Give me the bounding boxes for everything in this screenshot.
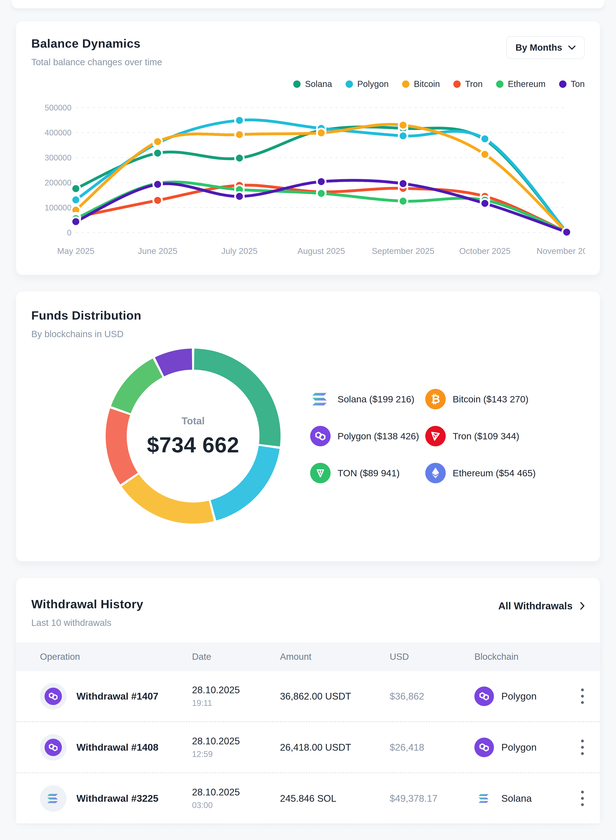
legend-dot-bitcoin: [402, 81, 409, 88]
polygon-icon: [310, 426, 331, 446]
svg-text:500000: 500000: [45, 103, 72, 112]
svg-text:June 2025: June 2025: [138, 246, 177, 256]
balance-card-header: Balance Dynamics Total balance changes o…: [31, 36, 162, 68]
legend-item-ton[interactable]: Ton: [559, 79, 585, 89]
legend-item-bitcoin[interactable]: Bitcoin: [402, 79, 440, 89]
funds-legend-label: Solana ($199 216): [337, 394, 414, 405]
all-withdrawals-link[interactable]: All Withdrawals: [498, 600, 585, 612]
legend-item-solana[interactable]: Solana: [293, 79, 332, 89]
svg-text:300000: 300000: [45, 153, 72, 162]
funds-legend-item-polygon: Polygon ($138 426): [310, 426, 425, 446]
withdrawal-amount: 36,862.00 USDT: [280, 691, 390, 702]
bitcoin-icon: ₿: [425, 389, 446, 409]
operation-name: Withdrawal #3225: [76, 793, 158, 804]
balance-card-title: Balance Dynamics: [31, 36, 162, 50]
operation-avatar: [40, 785, 66, 812]
svg-text:August 2025: August 2025: [297, 246, 345, 256]
row-menu-button[interactable]: [578, 788, 587, 809]
withdrawal-time: 19:11: [192, 699, 280, 708]
legend-label: Solana: [305, 79, 332, 89]
row-menu-button[interactable]: [578, 686, 587, 707]
history-card-title: Withdrawal History: [31, 597, 143, 611]
operation-avatar: [40, 683, 66, 709]
donut-total-label: Total: [182, 415, 205, 427]
solana-icon: [44, 790, 62, 807]
column-header-usd: USD: [390, 652, 474, 662]
table-row[interactable]: Withdrawal #1407 28.10.2025 19:11 36,862…: [16, 671, 600, 722]
funds-legend-item-tron: Tron ($109 344): [425, 426, 535, 446]
svg-text:100000: 100000: [45, 203, 72, 212]
history-card-subtitle: Last 10 withdrawals: [31, 618, 143, 628]
table-row[interactable]: Withdrawal #3225 28.10.2025 03:00 245.84…: [16, 773, 600, 824]
legend-label: Ton: [571, 79, 585, 89]
funds-card-title: Funds Distribution: [31, 308, 585, 322]
funds-legend-label: Tron ($109 344): [453, 431, 519, 441]
legend-label: Ethereum: [508, 79, 546, 89]
table-row[interactable]: Withdrawal #1408 28.10.2025 12:59 26,418…: [16, 722, 600, 773]
balance-line-chart: 0100000200000300000400000500000May 2025J…: [31, 92, 585, 265]
donut-total-value: $734 662: [147, 433, 239, 458]
withdrawal-usd: $49,378.17: [390, 793, 474, 804]
line-chart-legend: Solana Polygon Bitcoin Tron Ethereum Ton: [31, 79, 585, 89]
polygon-icon: [474, 687, 494, 706]
polygon-icon: [474, 738, 494, 757]
ethereum-icon: [425, 463, 446, 483]
svg-text:0: 0: [67, 228, 72, 237]
withdrawal-usd: $26,418: [390, 742, 474, 753]
balance-card-subtitle: Total balance changes over time: [31, 57, 162, 68]
legend-dot-solana: [293, 81, 301, 88]
column-header-date: Date: [192, 652, 280, 662]
funds-card-subtitle: By blockchains in USD: [31, 329, 585, 339]
funds-legend-item-ton: TON ($89 941): [310, 463, 425, 483]
tron-icon: [425, 426, 446, 446]
history-card-header: Withdrawal History Last 10 withdrawals: [31, 597, 143, 628]
column-header-amount: Amount: [280, 652, 390, 662]
withdrawal-amount: 245.846 SOL: [280, 793, 390, 804]
blockchain-label: Solana: [501, 793, 532, 804]
svg-text:200000: 200000: [45, 178, 72, 187]
column-header-blockchain: Blockchain: [474, 652, 571, 662]
withdrawal-amount: 26,418.00 USDT: [280, 742, 390, 753]
funds-legend-item-ethereum: Ethereum ($54 465): [425, 463, 535, 483]
funds-legend-item-bitcoin: ₿ Bitcoin ($143 270): [425, 389, 535, 409]
operation-avatar: [40, 734, 66, 761]
period-dropdown-label: By Months: [515, 43, 562, 53]
solana-icon: [474, 789, 494, 808]
period-dropdown-button[interactable]: By Months: [506, 36, 585, 59]
polygon-icon: [44, 688, 62, 705]
svg-text:September 2025: September 2025: [372, 246, 434, 256]
svg-text:May 2025: May 2025: [57, 246, 94, 256]
operation-name: Withdrawal #1408: [76, 742, 158, 753]
blockchain-label: Polygon: [501, 691, 537, 702]
operation-name: Withdrawal #1407: [76, 691, 158, 702]
solana-icon: [310, 389, 331, 409]
blockchain-label: Polygon: [501, 742, 537, 753]
ton-icon: [310, 463, 331, 483]
svg-text:October 2025: October 2025: [459, 246, 510, 256]
svg-text:November 2025: November 2025: [537, 246, 585, 256]
withdrawal-date: 28.10.2025: [192, 787, 280, 797]
balance-dynamics-card: Balance Dynamics Total balance changes o…: [16, 21, 600, 275]
funds-legend-label: Ethereum ($54 465): [453, 468, 535, 478]
funds-legend-label: Bitcoin ($143 270): [453, 394, 528, 405]
legend-item-tron[interactable]: Tron: [453, 79, 483, 89]
svg-text:July 2025: July 2025: [221, 246, 258, 256]
withdrawal-history-card: Withdrawal History Last 10 withdrawals A…: [16, 578, 600, 821]
column-header-operation: Operation: [40, 652, 192, 662]
legend-label: Bitcoin: [414, 79, 440, 89]
svg-text:400000: 400000: [45, 128, 72, 137]
table-header-row: Operation Date Amount USD Blockchain: [16, 642, 600, 671]
withdrawal-usd: $36,862: [390, 691, 474, 702]
funds-legend: Solana ($199 216) ₿ Bitcoin ($143 270) P…: [310, 389, 535, 483]
funds-distribution-card: Funds Distribution By blockchains in USD…: [16, 291, 600, 562]
legend-label: Tron: [465, 79, 483, 89]
withdrawal-date: 28.10.2025: [192, 736, 280, 747]
legend-dot-ethereum: [496, 81, 503, 88]
funds-legend-label: TON ($89 941): [337, 468, 400, 478]
funds-legend-label: Polygon ($138 426): [337, 431, 419, 441]
legend-item-ethereum[interactable]: Ethereum: [496, 79, 546, 89]
legend-dot-polygon: [346, 81, 353, 88]
legend-item-polygon[interactable]: Polygon: [346, 79, 389, 89]
row-menu-button[interactable]: [578, 737, 587, 758]
chevron-down-icon: [568, 45, 576, 50]
